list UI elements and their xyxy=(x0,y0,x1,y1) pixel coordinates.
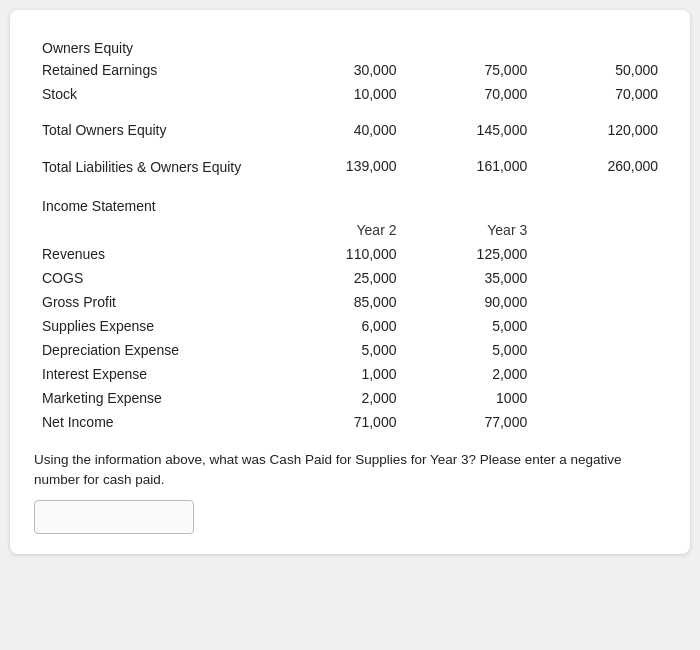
net-income-row: Net Income 71,000 77,000 xyxy=(34,410,666,434)
spacer-row-1 xyxy=(34,106,666,114)
year-header-row: Year 2 Year 3 xyxy=(34,218,666,242)
supplies-expense-row: Supplies Expense 6,000 5,000 xyxy=(34,314,666,338)
net-income-label: Net Income xyxy=(34,410,274,434)
supplies-expense-label: Supplies Expense xyxy=(34,314,274,338)
stock-label: Stock xyxy=(34,82,274,106)
year2-header: Year 2 xyxy=(274,218,405,242)
cogs-label: COGS xyxy=(34,266,274,290)
cogs-y2: 25,000 xyxy=(274,266,405,290)
gross-profit-label: Gross Profit xyxy=(34,290,274,314)
financial-table: Owners Equity Retained Earnings 30,000 7… xyxy=(34,30,666,434)
revenues-row: Revenues 110,000 125,000 xyxy=(34,242,666,266)
retained-earnings-y3: 50,000 xyxy=(535,58,666,82)
interest-expense-y2: 1,000 xyxy=(274,362,405,386)
total-owners-equity-y3: 120,000 xyxy=(535,114,666,146)
owners-equity-label: Owners Equity xyxy=(34,30,274,58)
interest-expense-row: Interest Expense 1,000 2,000 xyxy=(34,362,666,386)
depreciation-expense-label: Depreciation Expense xyxy=(34,338,274,362)
revenues-label: Revenues xyxy=(34,242,274,266)
cogs-y3: 35,000 xyxy=(404,266,535,290)
gross-profit-y2: 85,000 xyxy=(274,290,405,314)
total-liabilities-label: Total Liabilities & Owners Equity xyxy=(34,154,274,182)
main-card: Owners Equity Retained Earnings 30,000 7… xyxy=(10,10,690,554)
depreciation-expense-y2: 5,000 xyxy=(274,338,405,362)
owners-equity-section: Owners Equity xyxy=(34,30,666,58)
stock-y1: 10,000 xyxy=(274,82,405,106)
cogs-row: COGS 25,000 35,000 xyxy=(34,266,666,290)
gross-profit-y3: 90,000 xyxy=(404,290,535,314)
total-owners-equity-row: Total Owners Equity 40,000 145,000 120,0… xyxy=(34,114,666,146)
revenues-y2: 110,000 xyxy=(274,242,405,266)
retained-earnings-label: Retained Earnings xyxy=(34,58,274,82)
marketing-expense-label: Marketing Expense xyxy=(34,386,274,410)
retained-earnings-y1: 30,000 xyxy=(274,58,405,82)
net-income-y2: 71,000 xyxy=(274,410,405,434)
spacer-row-2 xyxy=(34,146,666,154)
income-statement-label: Income Statement xyxy=(34,194,274,218)
interest-expense-y3: 2,000 xyxy=(404,362,535,386)
total-owners-equity-y1: 40,000 xyxy=(274,114,405,146)
year3-header: Year 3 xyxy=(404,218,535,242)
total-liabilities-y1: 139,000 xyxy=(274,154,405,182)
total-liabilities-row: Total Liabilities & Owners Equity 139,00… xyxy=(34,154,666,182)
total-liabilities-y3: 260,000 xyxy=(535,154,666,182)
stock-row: Stock 10,000 70,000 70,000 xyxy=(34,82,666,106)
retained-earnings-y2: 75,000 xyxy=(404,58,535,82)
depreciation-expense-y3: 5,000 xyxy=(404,338,535,362)
spacer-row-3 xyxy=(34,182,666,194)
marketing-expense-row: Marketing Expense 2,000 1000 xyxy=(34,386,666,410)
marketing-expense-y2: 2,000 xyxy=(274,386,405,410)
stock-y3: 70,000 xyxy=(535,82,666,106)
depreciation-expense-row: Depreciation Expense 5,000 5,000 xyxy=(34,338,666,362)
question-text: Using the information above, what was Ca… xyxy=(34,450,666,491)
total-liabilities-y2: 161,000 xyxy=(404,154,535,182)
total-owners-equity-label: Total Owners Equity xyxy=(34,114,274,146)
revenues-y3: 125,000 xyxy=(404,242,535,266)
supplies-expense-y3: 5,000 xyxy=(404,314,535,338)
marketing-expense-y3: 1000 xyxy=(404,386,535,410)
answer-input[interactable] xyxy=(34,500,194,534)
income-statement-section: Income Statement xyxy=(34,194,666,218)
total-owners-equity-y2: 145,000 xyxy=(404,114,535,146)
interest-expense-label: Interest Expense xyxy=(34,362,274,386)
retained-earnings-row: Retained Earnings 30,000 75,000 50,000 xyxy=(34,58,666,82)
net-income-y3: 77,000 xyxy=(404,410,535,434)
stock-y2: 70,000 xyxy=(404,82,535,106)
supplies-expense-y2: 6,000 xyxy=(274,314,405,338)
gross-profit-row: Gross Profit 85,000 90,000 xyxy=(34,290,666,314)
